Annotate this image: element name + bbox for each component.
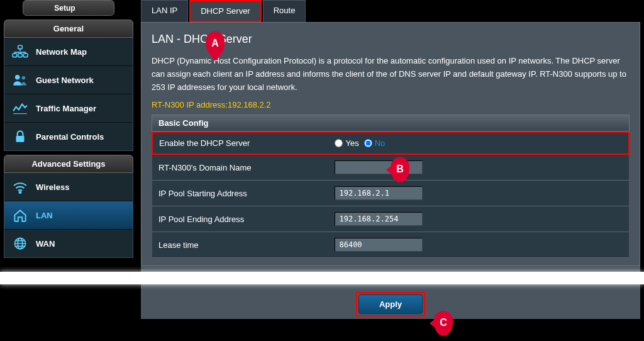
guest-network-icon xyxy=(12,73,28,87)
lease-time-input[interactable] xyxy=(335,238,423,252)
pool-end-input[interactable] xyxy=(335,212,423,226)
lock-icon xyxy=(12,130,28,143)
separator-bar xyxy=(0,272,644,284)
svg-point-4 xyxy=(15,75,20,80)
domain-name-input[interactable] xyxy=(335,160,423,174)
sidebar: Setup General Network Map Guest Network xyxy=(0,0,137,341)
enable-dhcp-radio-group: Yes No xyxy=(335,138,591,148)
nav-label: Wireless xyxy=(36,182,69,192)
row-lease-time: Lease time xyxy=(152,232,629,258)
network-map-icon xyxy=(12,45,28,59)
row-enable-dhcp: Enable the DHCP Server Yes No xyxy=(152,132,629,154)
basic-config-header: Basic Config xyxy=(152,115,630,131)
row-pool-start: IP Pool Starting Address xyxy=(152,181,629,206)
setup-button[interactable]: Setup xyxy=(23,0,114,16)
nav-label: WAN xyxy=(36,239,55,249)
tab-route[interactable]: Route xyxy=(263,0,306,22)
nav-label: Traffic Manager xyxy=(36,104,96,113)
apply-button[interactable]: Apply xyxy=(358,294,423,314)
svg-point-5 xyxy=(22,76,25,79)
advanced-header: Advanced Settings xyxy=(4,155,133,173)
svg-rect-6 xyxy=(16,136,25,142)
page-description: DHCP (Dynamic Host Configuration Protoco… xyxy=(152,55,630,94)
nav-label: LAN xyxy=(36,211,53,220)
general-header: General xyxy=(4,20,133,38)
domain-name-label: RT-N300's Domain Name xyxy=(152,154,328,181)
tabs: LAN IP DHCP Server Route xyxy=(141,0,640,22)
radio-no[interactable] xyxy=(364,139,372,147)
nav-label: Network Map xyxy=(36,47,87,57)
sidebar-item-traffic-manager[interactable]: Traffic Manager xyxy=(4,94,133,123)
sidebar-item-lan[interactable]: LAN xyxy=(4,201,133,230)
setup-label: Setup xyxy=(54,4,75,13)
apply-row: Apply xyxy=(141,286,640,319)
advanced-section: Wireless LAN WAN xyxy=(4,173,133,258)
lease-time-label: Lease time xyxy=(152,232,328,258)
nav-label: Parental Controls xyxy=(36,132,104,142)
sidebar-item-wan[interactable]: WAN xyxy=(4,230,133,257)
svg-rect-3 xyxy=(23,53,28,57)
enable-dhcp-label: Enable the DHCP Server xyxy=(152,132,328,154)
pool-start-input[interactable] xyxy=(335,186,423,200)
radio-yes[interactable] xyxy=(335,139,343,147)
traffic-manager-icon xyxy=(12,101,28,115)
sidebar-item-wireless[interactable]: Wireless xyxy=(4,173,133,201)
home-icon xyxy=(12,208,28,222)
general-section: Network Map Guest Network Traffic Manage… xyxy=(4,38,133,151)
sidebar-item-network-map[interactable]: Network Map xyxy=(4,38,133,66)
svg-rect-0 xyxy=(18,45,23,48)
pool-start-label: IP Pool Starting Address xyxy=(152,181,328,206)
globe-icon xyxy=(12,237,28,250)
radio-yes-label[interactable]: Yes xyxy=(335,138,358,148)
row-pool-end: IP Pool Ending Address xyxy=(152,206,629,232)
svg-rect-1 xyxy=(13,53,17,57)
config-table: Enable the DHCP Server Yes No xyxy=(152,131,630,258)
svg-point-7 xyxy=(19,191,21,193)
tab-lan-ip[interactable]: LAN IP xyxy=(141,0,188,22)
tab-dhcp-server[interactable]: DHCP Server xyxy=(189,0,262,22)
nav-label: Guest Network xyxy=(36,75,94,85)
svg-rect-2 xyxy=(18,53,23,57)
pool-end-label: IP Pool Ending Address xyxy=(152,206,328,232)
sidebar-item-guest-network[interactable]: Guest Network xyxy=(4,66,133,94)
sidebar-item-parental-controls[interactable]: Parental Controls xyxy=(4,123,133,150)
wifi-icon xyxy=(12,180,28,194)
router-ip-address: RT-N300 IP address:192.168.2.2 xyxy=(152,100,630,109)
radio-no-label[interactable]: No xyxy=(364,138,386,148)
